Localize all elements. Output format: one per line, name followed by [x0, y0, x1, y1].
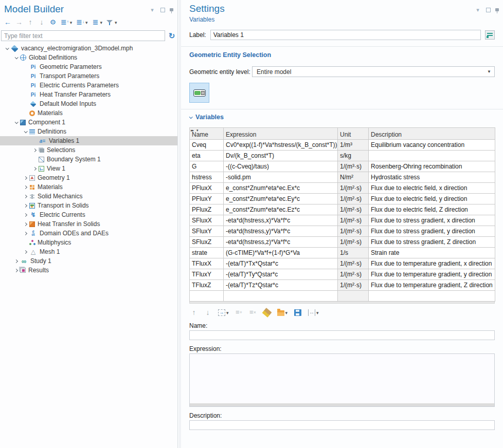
tree-item-solid-mechanics[interactable]: Solid Mechanics: [0, 192, 177, 201]
expander-icon[interactable]: [31, 167, 39, 170]
tree-item-heat-transfer-in-solids[interactable]: Heat Transfer in Solids: [0, 219, 177, 229]
name-cell[interactable]: SFluxX: [190, 215, 224, 226]
tree-item-geometric-parameters[interactable]: Geometric Parameters: [0, 62, 177, 71]
unit-cell[interactable]: 1/(m²·s): [338, 194, 369, 204]
tree-item-component-1[interactable]: Component 1: [0, 118, 177, 127]
unit-cell[interactable]: 1/m³: [338, 140, 369, 151]
tree-item-global-definitions[interactable]: Global Definitions: [0, 53, 177, 62]
name-cell[interactable]: SFluxZ: [190, 237, 224, 248]
expression-cell[interactable]: Cv0*exp((1-f)*Va*hstress/(k_B_const*T)): [224, 140, 338, 151]
unit-cell[interactable]: [338, 291, 369, 302]
expander-icon[interactable]: [12, 57, 20, 59]
expander-icon[interactable]: [12, 121, 20, 124]
expander-icon[interactable]: [22, 177, 29, 179]
expression-cell[interactable]: -solid.pm: [224, 172, 338, 183]
unit-cell[interactable]: 1/(m³·s): [338, 161, 369, 172]
name-cell[interactable]: Cveq: [190, 140, 224, 151]
tree-item-results[interactable]: Results: [0, 266, 177, 275]
expression-cell[interactable]: (G-cTIME)*Va*f+(1-f)*G*Va: [224, 248, 338, 258]
expression-cell[interactable]: -(eta/T)*Tz*Qstar*c: [224, 280, 338, 291]
description-cell[interactable]: Flux due to electric field, Z direction: [369, 204, 495, 215]
tree-item-electric-currents-parameters[interactable]: Electric Currents Parameters: [0, 81, 177, 90]
move-up-button[interactable]: [26, 18, 35, 26]
description-cell[interactable]: Hydrostatic stress: [369, 172, 495, 183]
tree-item-default-model-inputs[interactable]: Default Model Inputs: [0, 99, 177, 108]
show-button[interactable]: [48, 18, 58, 26]
name-cell[interactable]: TFluxX: [190, 258, 224, 269]
expression-cell[interactable]: e_const*Znum*eta*ec.Ez*c: [224, 204, 338, 215]
column-width-button[interactable]: [307, 308, 320, 316]
expression-input[interactable]: [189, 353, 495, 407]
name-input[interactable]: [189, 330, 495, 340]
sweep-button[interactable]: [262, 309, 272, 316]
description-cell[interactable]: Equilibrium vacancy concentration: [369, 140, 495, 151]
expression-cell[interactable]: [224, 291, 338, 302]
expression-cell[interactable]: -eta*d(hstress,z)*Va*f*c: [224, 237, 338, 248]
name-cell[interactable]: PFluxZ: [190, 204, 224, 215]
description-cell[interactable]: Flux due to stress gradient, y direction: [369, 226, 495, 237]
geometric-entity-heading[interactable]: Geometric Entity Selection: [189, 51, 495, 59]
unit-cell[interactable]: 1/(m²·s): [338, 204, 369, 215]
entity-level-select[interactable]: Entire model ▼: [252, 66, 495, 77]
unit-cell[interactable]: 1/(m²·s): [338, 183, 369, 194]
expression-cell[interactable]: -(eta/T)*Tx*Qstar*c: [224, 258, 338, 269]
expander-icon[interactable]: [22, 130, 29, 133]
name-cell[interactable]: SFluxY: [190, 226, 224, 237]
name-cell[interactable]: TFluxZ: [190, 280, 224, 291]
expander-icon[interactable]: [22, 214, 29, 216]
back-button[interactable]: [3, 18, 12, 26]
collapse-all-button[interactable]: [75, 18, 88, 26]
variables-section-header[interactable]: Variables: [189, 114, 495, 121]
load-button[interactable]: [276, 308, 289, 316]
tree-item-study-1[interactable]: Study 1: [0, 256, 177, 266]
tree-item-materials[interactable]: Materials: [0, 182, 177, 192]
save-button[interactable]: [293, 309, 302, 316]
expression-cell[interactable]: -eta*d(hstress,x)*Va*f*c: [224, 215, 338, 226]
refresh-icon[interactable]: [168, 32, 175, 40]
move-down-button[interactable]: [37, 18, 46, 26]
expression-cell[interactable]: -eta*d(hstress,y)*Va*f*c: [224, 226, 338, 237]
add-button[interactable]: [235, 308, 244, 316]
move-first-icon[interactable]: ▸▸: [191, 128, 199, 133]
unit-cell[interactable]: 1/s: [338, 248, 369, 258]
pin-icon[interactable]: [495, 8, 499, 11]
expander-icon[interactable]: [22, 186, 29, 189]
tree-item-heat-transfer-parameters[interactable]: Heat Transfer Parameters: [0, 90, 177, 99]
expander-icon[interactable]: [3, 47, 11, 50]
tree-filter-input[interactable]: [1, 30, 165, 41]
label-input[interactable]: [210, 30, 481, 40]
tree-item-vacancy-electromigration-3dmodel-mph[interactable]: vacancy_electromigration_3Dmodel.mph: [0, 44, 177, 53]
unit-cell[interactable]: 1/(m²·s): [338, 280, 369, 291]
float-window-icon[interactable]: [486, 8, 491, 12]
expander-icon[interactable]: [22, 195, 29, 198]
unit-cell[interactable]: N/m²: [338, 172, 369, 183]
description-cell[interactable]: [369, 291, 495, 302]
name-cell[interactable]: eta: [190, 151, 224, 161]
name-cell[interactable]: TFluxY: [190, 269, 224, 280]
tree-item-definitions[interactable]: Definitions: [0, 127, 177, 136]
tree-item-electric-currents[interactable]: Electric Currents: [0, 210, 177, 219]
unit-cell[interactable]: 1/(m²·s): [338, 258, 369, 269]
expander-icon[interactable]: [22, 251, 29, 253]
move-down-button[interactable]: [203, 308, 212, 316]
description-cell[interactable]: [369, 151, 495, 161]
pin-icon[interactable]: [170, 8, 173, 11]
name-cell[interactable]: G: [190, 161, 224, 172]
tree-item-domain-odes-and-daes[interactable]: Domain ODEs and DAEs: [0, 229, 177, 238]
table-scrollbar[interactable]: [189, 302, 495, 304]
unit-cell[interactable]: 1/(m²·s): [338, 226, 369, 237]
expander-icon[interactable]: [12, 260, 20, 263]
expression-cell[interactable]: -(eta/T)*Ty*Qstar*c: [224, 269, 338, 280]
description-cell[interactable]: Flux due to temperature gradient, Z dire…: [369, 280, 495, 291]
description-input[interactable]: [189, 420, 495, 430]
description-cell[interactable]: Flux due to temperature gradient, y dire…: [369, 269, 495, 280]
unit-cell[interactable]: s/kg: [338, 151, 369, 161]
rename-form-icon[interactable]: [485, 30, 495, 40]
tree-item-multiphysics[interactable]: Multiphysics: [0, 238, 177, 247]
active-toggle-button[interactable]: [189, 83, 209, 103]
description-cell[interactable]: Strain rate: [369, 248, 495, 258]
description-cell[interactable]: Flux due to electric field, x direction: [369, 183, 495, 194]
panel-menu-icon[interactable]: [474, 6, 481, 13]
unit-cell[interactable]: 1/(m²·s): [338, 215, 369, 226]
tree-item-variables-1[interactable]: Variables 1: [0, 136, 177, 145]
